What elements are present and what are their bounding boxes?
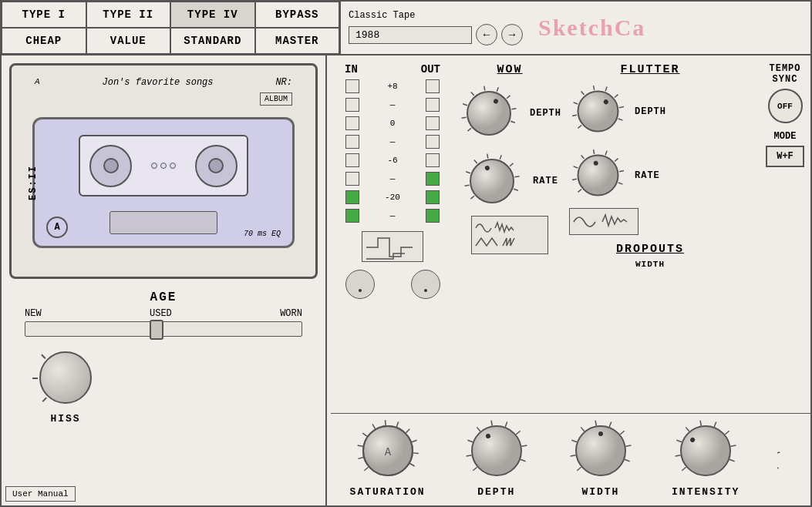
wow-depth-knob-area bbox=[458, 82, 520, 144]
hiss-label: HISS bbox=[50, 413, 80, 425]
intensity-knob-container: INTENSITY bbox=[672, 418, 740, 498]
svg-line-22 bbox=[578, 125, 581, 128]
intensity-ticks bbox=[672, 418, 739, 484]
wow-rate-ticks bbox=[461, 150, 523, 212]
svg-line-52 bbox=[412, 440, 417, 442]
svg-line-62 bbox=[491, 421, 492, 426]
vu-row-5: — bbox=[335, 172, 450, 186]
vu-out-label: OUT bbox=[421, 63, 440, 76]
wow-waveform bbox=[471, 216, 548, 258]
preset-prev-button[interactable]: ← bbox=[476, 24, 497, 45]
in-knob[interactable] bbox=[345, 270, 375, 299]
svg-line-36 bbox=[581, 155, 585, 159]
saturation-knob-area: A bbox=[355, 418, 421, 484]
depth-knob-container: DEPTH bbox=[463, 418, 530, 498]
vu-in-label: IN bbox=[345, 63, 358, 76]
extra-knob-area bbox=[777, 425, 812, 491]
saturation-ticks: A bbox=[355, 418, 421, 484]
out-knob[interactable] bbox=[411, 270, 440, 299]
vu-label-2: 0 bbox=[381, 119, 404, 128]
vu-label-0: +8 bbox=[381, 82, 404, 91]
tab-value[interactable]: VALUE bbox=[86, 28, 171, 54]
svg-line-46 bbox=[357, 445, 362, 446]
wow-title: WOW bbox=[497, 63, 523, 76]
svg-line-80 bbox=[682, 467, 686, 470]
flutter-waveform-svg[interactable] bbox=[569, 208, 638, 235]
svg-line-82 bbox=[677, 440, 682, 442]
tab-type4[interactable]: TYPE IV bbox=[170, 2, 255, 28]
svg-line-13 bbox=[466, 172, 470, 173]
tape-dot-2 bbox=[160, 163, 167, 169]
user-manual-link[interactable]: User Manual bbox=[5, 486, 76, 502]
mode-group: MODE W+F bbox=[739, 131, 812, 167]
vu-row-6: -20 bbox=[335, 190, 450, 204]
vu-in-5 bbox=[345, 172, 359, 186]
waveform-selector bbox=[335, 231, 450, 262]
vu-row-7: — bbox=[335, 209, 450, 223]
hiss-knob[interactable] bbox=[39, 351, 92, 404]
svg-line-2 bbox=[463, 104, 467, 106]
tempo-sync-group: TEMPOSYNC OFF bbox=[739, 63, 812, 123]
vu-section: IN OUT +8 — bbox=[331, 59, 454, 413]
saturation-knob-container: A SATURATION bbox=[350, 418, 426, 498]
svg-line-84 bbox=[700, 421, 701, 426]
tab-master[interactable]: MASTER bbox=[255, 28, 340, 54]
vu-row-2: 0 bbox=[335, 116, 450, 130]
cassette-side-label: ES:II bbox=[28, 165, 39, 200]
vu-in-2 bbox=[345, 116, 359, 130]
album-badge: ALBUM bbox=[260, 92, 292, 106]
tempo-sync-toggle[interactable]: OFF bbox=[768, 89, 803, 123]
svg-line-75 bbox=[620, 431, 624, 434]
tape-header: A Jon's favorite songs NR: bbox=[35, 77, 292, 88]
flutter-waveform bbox=[569, 208, 731, 239]
mode-button[interactable]: W+F bbox=[766, 146, 804, 167]
flutter-rate-ticks bbox=[569, 146, 627, 204]
svg-line-0 bbox=[467, 128, 471, 131]
wow-rate-row: RATE bbox=[461, 150, 558, 212]
tick-3 bbox=[41, 354, 45, 359]
svg-line-91 bbox=[777, 452, 780, 453]
tab-bypass[interactable]: BYPASS bbox=[255, 2, 340, 28]
preset-next-button[interactable]: → bbox=[501, 24, 523, 45]
svg-line-92 bbox=[777, 466, 779, 468]
vu-out-3 bbox=[426, 135, 440, 149]
svg-line-41 bbox=[618, 183, 623, 184]
svg-line-4 bbox=[484, 86, 485, 91]
tab-type2[interactable]: TYPE II bbox=[86, 2, 171, 28]
svg-line-40 bbox=[619, 171, 624, 172]
svg-line-5 bbox=[497, 87, 498, 92]
width-ticks bbox=[568, 418, 634, 484]
tape-reel-inner-left bbox=[103, 158, 119, 173]
wow-waveform-svg[interactable] bbox=[471, 216, 548, 254]
vu-out-6 bbox=[426, 190, 440, 204]
svg-line-35 bbox=[574, 166, 578, 168]
tape-dot-3 bbox=[170, 163, 176, 169]
svg-point-67 bbox=[472, 426, 521, 475]
svg-line-26 bbox=[594, 86, 595, 90]
tab-cheap[interactable]: CHEAP bbox=[2, 28, 86, 54]
svg-line-47 bbox=[362, 433, 367, 436]
age-slider[interactable] bbox=[25, 321, 302, 337]
hiss-knob-container: HISS bbox=[32, 344, 99, 425]
tab-type1[interactable]: TYPE I bbox=[2, 2, 86, 28]
flutter-rate-knob-area bbox=[569, 146, 627, 204]
vu-in-0 bbox=[345, 79, 359, 93]
wow-depth-label: DEPTH bbox=[530, 108, 561, 119]
dropouts-title: DROPOUTS bbox=[569, 243, 731, 256]
hiss-area: HISS bbox=[9, 341, 318, 428]
wow-depth-ticks bbox=[458, 82, 520, 144]
svg-line-37 bbox=[594, 149, 595, 154]
tab-row-top: TYPE I TYPE II TYPE IV BYPASS bbox=[2, 2, 339, 28]
waveform-svg-1[interactable] bbox=[362, 231, 423, 262]
wow-rate-label: RATE bbox=[533, 176, 558, 186]
vu-label-4: -6 bbox=[381, 156, 404, 165]
svg-line-87 bbox=[731, 445, 736, 446]
tab-standard[interactable]: STANDARD bbox=[170, 28, 255, 54]
tape-reel-right bbox=[195, 145, 238, 187]
age-slider-thumb[interactable] bbox=[150, 320, 163, 340]
preset-name-input[interactable] bbox=[349, 26, 472, 44]
tape-title: Jon's favorite songs bbox=[102, 77, 213, 88]
flutter-depth-row: DEPTH bbox=[569, 82, 731, 140]
svg-line-59 bbox=[466, 455, 471, 456]
width-knob-area bbox=[568, 418, 634, 484]
